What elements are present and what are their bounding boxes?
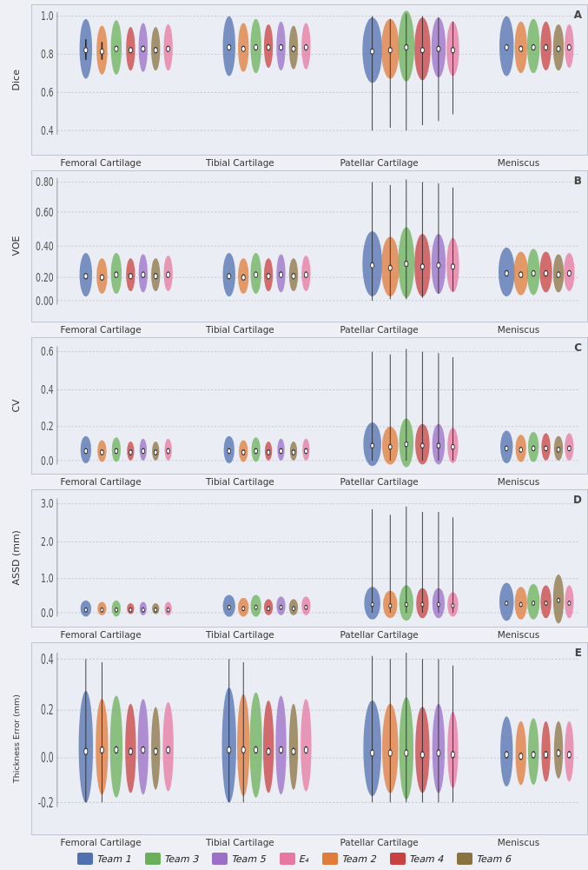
panel-E: Thickness Error (mm) E 0.4 0.2 0.0 -0.2 xyxy=(0,642,588,835)
svg-point-62 xyxy=(532,44,535,50)
svg-point-28 xyxy=(241,46,245,51)
svg-point-261 xyxy=(505,601,508,606)
legend-item-team2: Team 2 xyxy=(322,853,376,865)
svg-point-16 xyxy=(115,46,118,51)
legend-item-team4: Team 4 xyxy=(390,853,444,865)
svg-text:0.4: 0.4 xyxy=(41,123,54,138)
y-label-B: VOE xyxy=(0,170,31,322)
svg-point-183 xyxy=(405,442,408,447)
svg-point-332 xyxy=(505,752,508,758)
y-label-A: Dice xyxy=(0,4,31,156)
svg-point-286 xyxy=(100,747,103,753)
svg-point-24 xyxy=(167,46,170,51)
svg-point-101 xyxy=(267,274,270,279)
svg-point-312 xyxy=(304,747,307,753)
x-label-patellar-B: Patellar Cartilage xyxy=(310,323,449,335)
svg-point-85 xyxy=(115,272,118,277)
svg-point-152 xyxy=(115,448,118,454)
svg-point-324 xyxy=(420,752,424,758)
svg-point-239 xyxy=(292,607,294,611)
svg-point-263 xyxy=(519,603,522,608)
x-label-tibial-A: Tibial Cartilage xyxy=(170,156,309,169)
chart-B: 0.80 0.60 0.40 0.20 0.00 xyxy=(32,171,587,321)
svg-text:0.4: 0.4 xyxy=(41,382,54,397)
legend-item-team1: Team 1 xyxy=(77,853,131,865)
svg-point-290 xyxy=(129,748,132,754)
svg-point-198 xyxy=(532,446,535,451)
x-label-meniscus-D: Meniscus xyxy=(449,628,588,641)
svg-point-180 xyxy=(388,444,392,449)
svg-point-168 xyxy=(267,450,270,455)
x-label-patellar-C: Patellar Cartilage xyxy=(310,475,449,488)
svg-text:2.0: 2.0 xyxy=(41,535,54,550)
x-label-femoral-C: Femoral Cartilage xyxy=(31,475,170,488)
plot-area-E: E 0.4 0.2 0.0 -0.2 xyxy=(31,642,588,835)
svg-point-160 xyxy=(167,448,170,454)
svg-point-177 xyxy=(371,443,374,448)
svg-text:0.60: 0.60 xyxy=(36,205,54,220)
legend-item-e4: E₄ xyxy=(280,853,308,865)
svg-text:0.2: 0.2 xyxy=(41,419,54,434)
svg-point-265 xyxy=(532,601,535,606)
svg-point-299 xyxy=(228,747,231,753)
legend-label-team4: Team 4 xyxy=(409,853,444,865)
svg-point-225 xyxy=(155,608,157,613)
svg-point-244 xyxy=(371,603,373,608)
svg-point-95 xyxy=(228,274,231,279)
legend-label-team6: Team 6 xyxy=(476,853,511,865)
plot-area-B: B 0.80 0.60 0.40 0.20 0.00 xyxy=(31,170,588,322)
svg-point-26 xyxy=(228,44,231,50)
panel-letter-D: D xyxy=(573,494,582,506)
svg-text:0.00: 0.00 xyxy=(36,294,54,309)
svg-point-64 xyxy=(545,44,548,50)
x-label-tibial-D: Tibial Cartilage xyxy=(170,628,309,641)
svg-point-129 xyxy=(519,272,523,277)
svg-point-154 xyxy=(129,450,133,455)
svg-point-148 xyxy=(84,448,88,454)
y-label-D: ASSD (mm) xyxy=(0,489,31,628)
legend-area: Team 1 Team 3 Team 5 E₄ Team 2 Team 4 Te… xyxy=(0,849,588,867)
svg-text:0.4: 0.4 xyxy=(41,651,54,667)
svg-point-241 xyxy=(305,606,307,610)
svg-point-44 xyxy=(388,48,392,53)
panel-D: ASSD (mm) D 3.0 2.0 1.0 0.0 xyxy=(0,489,588,628)
svg-point-113 xyxy=(388,266,392,271)
svg-point-122 xyxy=(437,262,440,268)
svg-point-267 xyxy=(545,601,547,606)
y-label-C: CV xyxy=(0,337,31,475)
svg-point-158 xyxy=(154,450,157,455)
svg-point-259 xyxy=(452,604,454,608)
main-container: Dice A 1.0 0.8 0.6 0.4 xyxy=(0,0,588,870)
svg-point-219 xyxy=(115,608,117,613)
svg-point-250 xyxy=(405,603,407,608)
svg-point-271 xyxy=(568,601,571,606)
svg-point-170 xyxy=(280,448,283,454)
svg-text:0.6: 0.6 xyxy=(41,85,54,100)
svg-text:1.0: 1.0 xyxy=(41,572,54,587)
svg-point-41 xyxy=(371,49,374,54)
legend-swatch-team1 xyxy=(77,853,93,865)
panel-C: CV C 0.6 0.4 0.2 0.0 xyxy=(0,337,588,475)
chart-E: 0.4 0.2 0.0 -0.2 xyxy=(32,643,587,834)
svg-point-91 xyxy=(154,274,157,279)
svg-point-340 xyxy=(557,750,560,756)
svg-point-186 xyxy=(421,443,425,448)
svg-point-315 xyxy=(371,750,374,756)
panel-letter-C: C xyxy=(574,342,582,354)
svg-point-294 xyxy=(154,748,157,754)
x-labels-C: Femoral Cartilage Tibial Cartilage Patel… xyxy=(0,475,588,488)
panel-B: VOE B 0.80 0.60 0.40 0.20 0.00 xyxy=(0,170,588,322)
svg-point-308 xyxy=(279,747,282,753)
svg-point-34 xyxy=(279,44,282,50)
svg-point-116 xyxy=(405,262,408,267)
svg-point-194 xyxy=(505,446,508,451)
legend-swatch-team3 xyxy=(145,853,161,865)
svg-point-200 xyxy=(545,446,548,451)
svg-point-307 xyxy=(275,696,286,795)
svg-point-330 xyxy=(451,752,454,758)
svg-point-223 xyxy=(142,608,144,613)
svg-point-87 xyxy=(129,274,132,279)
panel-letter-A: A xyxy=(574,9,582,21)
svg-point-97 xyxy=(241,276,245,281)
svg-point-342 xyxy=(567,752,571,758)
